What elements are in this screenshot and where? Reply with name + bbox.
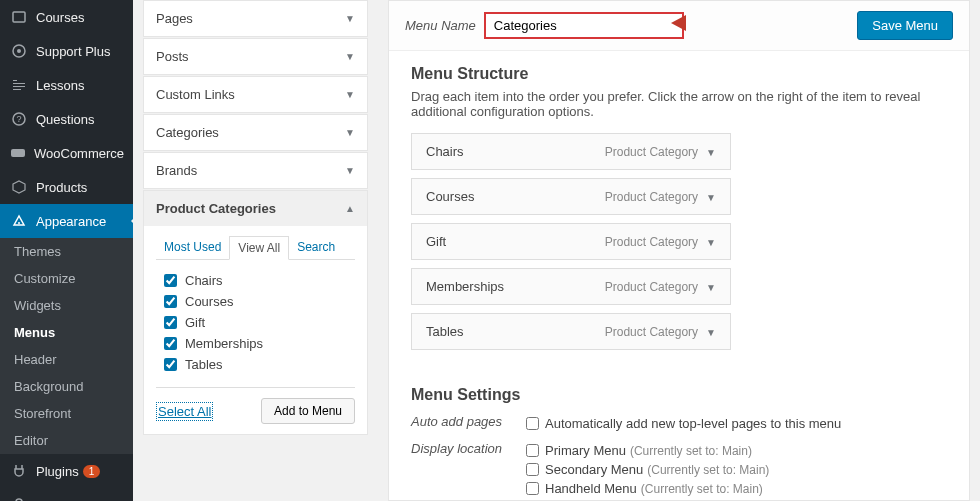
location-name: Handheld Menu (545, 481, 637, 496)
location-name: Primary Menu (545, 443, 626, 458)
chevron-down-icon[interactable]: ▼ (706, 147, 716, 158)
menu-item-type: Product Category (605, 190, 698, 204)
location-primary-checkbox[interactable] (526, 444, 539, 457)
menu-edit-panel: Menu Name Save Menu Menu Structure Drag … (388, 0, 970, 501)
sidebar-item-products[interactable]: Products (0, 170, 133, 204)
sidebar-item-plugins[interactable]: Plugins 1 (0, 454, 133, 488)
submenu-menus[interactable]: Menus (0, 319, 133, 346)
menu-item-label: Chairs (426, 144, 464, 159)
accordion-header[interactable]: Product Categories▲ (144, 191, 367, 226)
menu-settings-section: Menu Settings Auto add pages Automatical… (389, 372, 969, 501)
questions-icon: ? (10, 110, 28, 128)
checkbox-label: Memberships (185, 336, 263, 351)
submenu-widgets[interactable]: Widgets (0, 292, 133, 319)
svg-rect-5 (13, 86, 25, 87)
auto-add-checkbox[interactable] (526, 417, 539, 430)
sidebar-item-lessons[interactable]: Lessons (0, 68, 133, 102)
svg-text:?: ? (16, 114, 21, 124)
location-hint: (Currently set to: Main) (641, 482, 763, 496)
menu-item-row[interactable]: CoursesProduct Category▼ (411, 178, 731, 215)
location-secondary-checkbox[interactable] (526, 463, 539, 476)
menu-item-type: Product Category (605, 145, 698, 159)
add-to-menu-button[interactable]: Add to Menu (261, 398, 355, 424)
save-menu-button[interactable]: Save Menu (857, 11, 953, 40)
checkbox-chairs[interactable] (164, 274, 177, 287)
menu-item-row[interactable]: MembershipsProduct Category▼ (411, 268, 731, 305)
accordion-pages[interactable]: Pages▼ (143, 0, 368, 37)
menu-item-label: Gift (426, 234, 446, 249)
sidebar-item-users[interactable]: Users (0, 488, 133, 501)
checkbox-courses[interactable] (164, 295, 177, 308)
chevron-down-icon[interactable]: ▼ (706, 192, 716, 203)
menu-item-type: Product Category (605, 235, 698, 249)
checkbox-gift[interactable] (164, 316, 177, 329)
appearance-submenu: Themes Customize Widgets Menus Header Ba… (0, 238, 133, 454)
tab-view-all[interactable]: View All (229, 236, 289, 260)
submenu-header[interactable]: Header (0, 346, 133, 373)
sidebar-label: Support Plus (36, 44, 110, 59)
menu-item-type: Product Category (605, 280, 698, 294)
users-icon (10, 496, 28, 501)
chevron-down-icon: ▼ (345, 165, 355, 176)
svg-rect-0 (13, 12, 25, 22)
chevron-down-icon[interactable]: ▼ (706, 327, 716, 338)
chevron-down-icon[interactable]: ▼ (706, 282, 716, 293)
checkbox-row[interactable]: Gift (156, 312, 355, 333)
plugins-icon (10, 462, 28, 480)
structure-desc: Drag each item into the order you prefer… (411, 89, 947, 119)
checkbox-label: Courses (185, 294, 233, 309)
location-hint: (Currently set to: Main) (630, 444, 752, 458)
sidebar-label: Products (36, 180, 87, 195)
submenu-background[interactable]: Background (0, 373, 133, 400)
accordion-product-categories: Product Categories▲ Most Used View All S… (143, 190, 368, 435)
filter-tabs: Most Used View All Search (156, 236, 355, 260)
checkbox-memberships[interactable] (164, 337, 177, 350)
sidebar-item-courses[interactable]: Courses (0, 0, 133, 34)
svg-rect-4 (13, 83, 25, 84)
display-location-label: Display location (411, 441, 526, 498)
submenu-customize[interactable]: Customize (0, 265, 133, 292)
sidebar-label: Users (36, 498, 70, 502)
chevron-down-icon[interactable]: ▼ (706, 237, 716, 248)
menu-item-label: Courses (426, 189, 474, 204)
svg-rect-9 (11, 149, 25, 157)
menu-name-input[interactable] (484, 12, 684, 39)
submenu-storefront[interactable]: Storefront (0, 400, 133, 427)
location-name: Secondary Menu (545, 462, 643, 477)
checkbox-row[interactable]: Courses (156, 291, 355, 312)
menu-item-row[interactable]: ChairsProduct Category▼ (411, 133, 731, 170)
sidebar-item-support[interactable]: Support Plus (0, 34, 133, 68)
sidebar-item-woocommerce[interactable]: WooCommerce (0, 136, 133, 170)
menu-item-row[interactable]: GiftProduct Category▼ (411, 223, 731, 260)
sidebar-label: Lessons (36, 78, 84, 93)
sidebar-item-appearance[interactable]: Appearance (0, 204, 133, 238)
submenu-editor[interactable]: Editor (0, 427, 133, 454)
menu-item-label: Tables (426, 324, 464, 339)
checkbox-row[interactable]: Memberships (156, 333, 355, 354)
accordion-title: Brands (156, 163, 197, 178)
accordion-custom-links[interactable]: Custom Links▼ (143, 76, 368, 113)
location-handheld-checkbox[interactable] (526, 482, 539, 495)
checkbox-row[interactable]: Chairs (156, 270, 355, 291)
settings-heading: Menu Settings (411, 386, 947, 404)
tab-most-used[interactable]: Most Used (156, 236, 229, 259)
courses-icon (10, 8, 28, 26)
svg-rect-6 (13, 89, 21, 90)
accordion-posts[interactable]: Posts▼ (143, 38, 368, 75)
lessons-icon (10, 76, 28, 94)
submenu-themes[interactable]: Themes (0, 238, 133, 265)
select-all-link[interactable]: Select All (156, 402, 213, 421)
appearance-icon (10, 212, 28, 230)
svg-point-10 (18, 222, 20, 224)
accordion-brands[interactable]: Brands▼ (143, 152, 368, 189)
checkbox-row[interactable]: Tables (156, 354, 355, 375)
accordion-categories[interactable]: Categories▼ (143, 114, 368, 151)
accordion-title: Pages (156, 11, 193, 26)
sidebar-item-questions[interactable]: ? Questions (0, 102, 133, 136)
admin-sidebar: Courses Support Plus Lessons ? Questions… (0, 0, 133, 501)
chevron-down-icon: ▼ (345, 89, 355, 100)
menu-item-row[interactable]: TablesProduct Category▼ (411, 313, 731, 350)
tab-search[interactable]: Search (289, 236, 343, 259)
checkbox-tables[interactable] (164, 358, 177, 371)
menu-structure-section: Menu Structure Drag each item into the o… (389, 51, 969, 372)
